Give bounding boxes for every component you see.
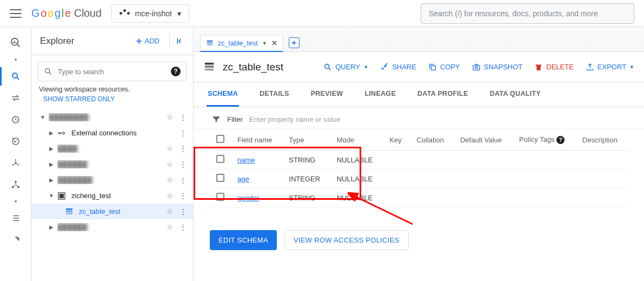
kebab-icon[interactable]: ⋮ <box>177 223 189 231</box>
new-tab-button[interactable]: + <box>289 37 300 48</box>
snapshot-button[interactable]: SNAPSHOT <box>472 63 523 71</box>
chevron-right-icon: ▶ <box>48 161 55 167</box>
scheduled-icon[interactable] <box>10 114 22 126</box>
svg-rect-39 <box>207 44 213 45</box>
field-name-cell[interactable]: name <box>231 151 282 169</box>
kebab-icon[interactable]: ⋮ <box>177 192 189 200</box>
field-name-cell[interactable]: age <box>231 169 282 188</box>
tree-table-zc[interactable]: zc_table_test ☆ ⋮ <box>31 204 193 219</box>
star-icon[interactable]: ☆ <box>164 145 175 153</box>
share-button[interactable]: SHARE <box>380 63 416 71</box>
svg-point-43 <box>325 64 329 68</box>
google-cloud-logo[interactable]: Google Cloud <box>31 7 102 19</box>
star-icon[interactable]: ☆ <box>164 176 175 184</box>
bi-engine-icon[interactable] <box>10 157 22 169</box>
field-name-cell[interactable]: gender <box>231 188 282 207</box>
mode-cell: NULLABLE <box>330 169 383 188</box>
star-icon[interactable]: ☆ <box>164 160 175 168</box>
kebab-icon[interactable]: ⋮ <box>177 207 189 215</box>
col-key[interactable]: Key <box>383 129 410 151</box>
tree-dataset[interactable]: ▶ ███████ ☆ ⋮ <box>31 172 193 188</box>
tab-details[interactable]: DETAILS <box>258 82 290 107</box>
star-icon[interactable]: ☆ <box>164 223 175 231</box>
transfers-icon[interactable] <box>10 92 22 104</box>
tree-dataset-zicheng[interactable]: ▼ zicheng_test ☆ ⋮ <box>31 188 193 204</box>
tree-dataset[interactable]: ▶ ██████ ☆ ⋮ <box>31 156 193 172</box>
tree-dataset[interactable]: ▶ ██████ ☆ ⋮ <box>31 219 193 235</box>
col-collation[interactable]: Collation <box>410 129 454 151</box>
svg-rect-34 <box>66 208 72 210</box>
explorer-search[interactable]: ? <box>38 62 187 81</box>
external-conn-icon <box>57 129 66 138</box>
settings-icon[interactable] <box>10 234 22 246</box>
col-type[interactable]: Type <box>282 129 330 151</box>
col-default[interactable]: Default Value <box>454 129 513 151</box>
collapse-panel-icon[interactable] <box>169 34 184 49</box>
tab-schema[interactable]: SCHEMA <box>207 82 239 107</box>
kebab-icon[interactable]: ⋮ <box>177 176 189 184</box>
chevron-down-icon: ▼ <box>48 193 55 199</box>
chevron-right-icon: ▶ <box>48 146 55 152</box>
list-icon[interactable] <box>10 212 22 224</box>
add-button[interactable]: ADD <box>130 37 165 45</box>
col-policy[interactable]: Policy Tags ? <box>513 129 576 151</box>
help-icon[interactable]: ? <box>171 67 181 76</box>
query-button[interactable]: QUERY▼ <box>323 63 368 71</box>
copy-button[interactable]: COPY <box>428 63 460 71</box>
kebab-icon[interactable]: ⋮ <box>177 160 189 168</box>
explorer-panel: Explorer ADD ? Viewing workspace resourc… <box>31 27 194 281</box>
star-icon[interactable]: ☆ <box>164 207 175 215</box>
col-description[interactable]: Description <box>576 129 628 151</box>
tab-lineage[interactable]: LINEAGE <box>363 82 397 107</box>
star-icon[interactable]: ☆ <box>164 192 175 200</box>
row-check[interactable] <box>210 188 231 207</box>
filter-label: Filter <box>227 115 243 123</box>
col-check[interactable] <box>210 129 231 151</box>
search-nav-icon[interactable] <box>10 70 22 82</box>
kebab-icon[interactable]: ⋮ <box>177 129 189 137</box>
table-row[interactable]: genderSTRINGNULLABLE <box>210 188 628 207</box>
tab-data-profile[interactable]: DATA PROFILE <box>416 82 469 107</box>
svg-rect-48 <box>431 66 435 70</box>
tab-data-quality[interactable]: DATA QUALITY <box>489 82 542 107</box>
kebab-icon[interactable]: ⋮ <box>177 113 189 121</box>
export-button[interactable]: EXPORT▼ <box>586 63 634 71</box>
search-placeholder: Search (/) for resources, docs, products… <box>429 9 598 18</box>
star-icon[interactable]: ☆ <box>164 113 175 121</box>
global-search[interactable]: Search (/) for resources, docs, products… <box>421 3 634 24</box>
edit-schema-button[interactable]: EDIT SCHEMA <box>210 230 277 250</box>
svg-rect-33 <box>62 196 64 198</box>
col-field-name[interactable]: Field name <box>231 129 282 151</box>
explorer-search-input[interactable] <box>57 67 167 76</box>
svg-point-26 <box>45 69 50 73</box>
svg-rect-41 <box>205 66 214 68</box>
rail-dot <box>15 200 17 202</box>
table-row[interactable]: nameSTRINGNULLABLE <box>210 151 628 169</box>
close-tab-icon[interactable]: ✕ <box>271 39 277 47</box>
help-icon[interactable]: ? <box>556 136 565 144</box>
kebab-icon[interactable]: ⋮ <box>177 145 189 153</box>
row-check[interactable] <box>210 169 231 188</box>
delete-button[interactable]: DELETE <box>534 63 574 71</box>
tree-dataset[interactable]: ▶ ████ ☆ ⋮ <box>31 141 193 156</box>
show-starred-link[interactable]: SHOW STARRED ONLY <box>31 93 193 108</box>
hamburger-menu[interactable] <box>10 8 22 19</box>
nodes-icon[interactable] <box>10 179 22 191</box>
project-selector[interactable]: mce-inshot ▾ <box>111 4 189 23</box>
tree-project[interactable]: ▼ ████████ ☆ ⋮ <box>31 109 193 125</box>
bigquery-icon[interactable] <box>10 37 22 49</box>
tree-ext-conn[interactable]: ▶ External connections ⋮ <box>31 125 193 141</box>
row-check[interactable] <box>210 151 231 169</box>
tab-preview[interactable]: PREVIEW <box>310 82 344 107</box>
project-name: mce-inshot <box>135 9 172 18</box>
filter-icon <box>212 115 221 123</box>
tab-dropdown-icon[interactable]: ▼ <box>262 41 267 46</box>
tab-zc-table[interactable]: zc_table_test ▼ ✕ <box>200 35 283 52</box>
filter-input[interactable]: Enter property name or value <box>249 115 340 123</box>
rail-dot <box>15 58 17 61</box>
capacity-icon[interactable] <box>10 135 22 147</box>
view-row-policies-button[interactable]: VIEW ROW ACCESS POLICIES <box>284 230 409 250</box>
svg-point-5 <box>12 73 17 78</box>
col-mode[interactable]: Mode <box>330 129 383 151</box>
table-row[interactable]: ageINTEGERNULLABLE <box>210 169 628 188</box>
